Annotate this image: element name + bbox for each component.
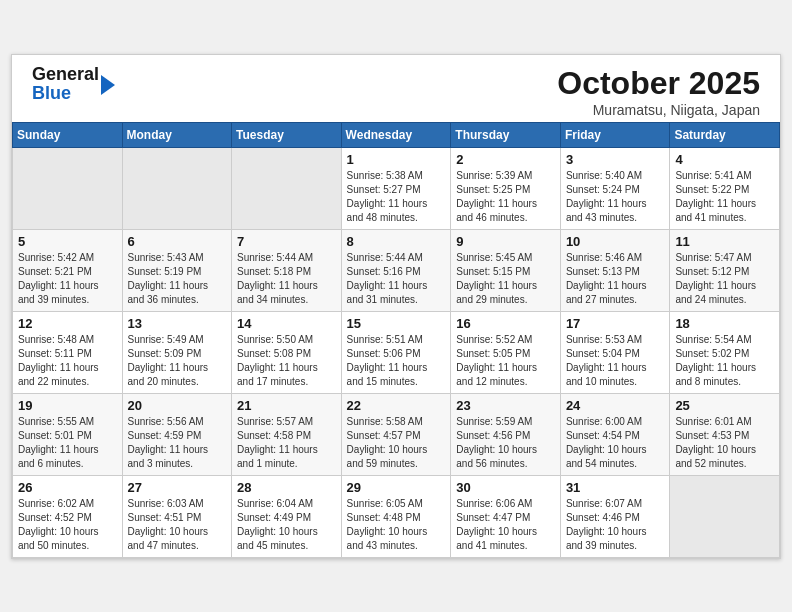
- day-info: Sunrise: 6:06 AM Sunset: 4:47 PM Dayligh…: [456, 497, 555, 553]
- day-number: 31: [566, 480, 664, 495]
- day-cell: 27Sunrise: 6:03 AM Sunset: 4:51 PM Dayli…: [122, 475, 232, 557]
- day-info: Sunrise: 5:47 AM Sunset: 5:12 PM Dayligh…: [675, 251, 774, 307]
- month-title: October 2025: [557, 65, 760, 102]
- day-cell: 16Sunrise: 5:52 AM Sunset: 5:05 PM Dayli…: [451, 311, 561, 393]
- day-number: 28: [237, 480, 336, 495]
- day-number: 12: [18, 316, 117, 331]
- day-number: 21: [237, 398, 336, 413]
- day-number: 26: [18, 480, 117, 495]
- day-number: 18: [675, 316, 774, 331]
- day-number: 19: [18, 398, 117, 413]
- logo-arrow-icon: [101, 75, 115, 95]
- logo-text: General Blue: [32, 65, 99, 105]
- calendar-header: General Blue October 2025 Muramatsu, Nii…: [12, 55, 780, 122]
- weekday-friday: Friday: [560, 122, 669, 147]
- day-number: 13: [128, 316, 227, 331]
- day-number: 15: [347, 316, 446, 331]
- day-cell: 4Sunrise: 5:41 AM Sunset: 5:22 PM Daylig…: [670, 147, 780, 229]
- day-cell: 1Sunrise: 5:38 AM Sunset: 5:27 PM Daylig…: [341, 147, 451, 229]
- day-number: 5: [18, 234, 117, 249]
- day-number: 20: [128, 398, 227, 413]
- day-cell: 28Sunrise: 6:04 AM Sunset: 4:49 PM Dayli…: [232, 475, 342, 557]
- day-number: 29: [347, 480, 446, 495]
- day-cell: 14Sunrise: 5:50 AM Sunset: 5:08 PM Dayli…: [232, 311, 342, 393]
- day-number: 3: [566, 152, 664, 167]
- day-info: Sunrise: 5:39 AM Sunset: 5:25 PM Dayligh…: [456, 169, 555, 225]
- day-cell: 11Sunrise: 5:47 AM Sunset: 5:12 PM Dayli…: [670, 229, 780, 311]
- day-info: Sunrise: 5:44 AM Sunset: 5:18 PM Dayligh…: [237, 251, 336, 307]
- weekday-sunday: Sunday: [13, 122, 123, 147]
- day-number: 16: [456, 316, 555, 331]
- day-number: 11: [675, 234, 774, 249]
- day-cell: 22Sunrise: 5:58 AM Sunset: 4:57 PM Dayli…: [341, 393, 451, 475]
- day-info: Sunrise: 6:02 AM Sunset: 4:52 PM Dayligh…: [18, 497, 117, 553]
- day-cell: 7Sunrise: 5:44 AM Sunset: 5:18 PM Daylig…: [232, 229, 342, 311]
- day-number: 23: [456, 398, 555, 413]
- day-number: 14: [237, 316, 336, 331]
- week-row-5: 26Sunrise: 6:02 AM Sunset: 4:52 PM Dayli…: [13, 475, 780, 557]
- day-info: Sunrise: 5:43 AM Sunset: 5:19 PM Dayligh…: [128, 251, 227, 307]
- title-section: October 2025 Muramatsu, Niigata, Japan: [557, 65, 760, 118]
- day-cell: 9Sunrise: 5:45 AM Sunset: 5:15 PM Daylig…: [451, 229, 561, 311]
- day-cell: 5Sunrise: 5:42 AM Sunset: 5:21 PM Daylig…: [13, 229, 123, 311]
- day-cell: 12Sunrise: 5:48 AM Sunset: 5:11 PM Dayli…: [13, 311, 123, 393]
- day-cell: 2Sunrise: 5:39 AM Sunset: 5:25 PM Daylig…: [451, 147, 561, 229]
- day-info: Sunrise: 5:41 AM Sunset: 5:22 PM Dayligh…: [675, 169, 774, 225]
- day-info: Sunrise: 5:40 AM Sunset: 5:24 PM Dayligh…: [566, 169, 664, 225]
- day-info: Sunrise: 5:58 AM Sunset: 4:57 PM Dayligh…: [347, 415, 446, 471]
- day-info: Sunrise: 5:52 AM Sunset: 5:05 PM Dayligh…: [456, 333, 555, 389]
- day-cell: 8Sunrise: 5:44 AM Sunset: 5:16 PM Daylig…: [341, 229, 451, 311]
- day-cell: 26Sunrise: 6:02 AM Sunset: 4:52 PM Dayli…: [13, 475, 123, 557]
- day-cell: 10Sunrise: 5:46 AM Sunset: 5:13 PM Dayli…: [560, 229, 669, 311]
- day-info: Sunrise: 5:50 AM Sunset: 5:08 PM Dayligh…: [237, 333, 336, 389]
- day-info: Sunrise: 6:05 AM Sunset: 4:48 PM Dayligh…: [347, 497, 446, 553]
- day-number: 4: [675, 152, 774, 167]
- day-info: Sunrise: 5:49 AM Sunset: 5:09 PM Dayligh…: [128, 333, 227, 389]
- day-cell: 23Sunrise: 5:59 AM Sunset: 4:56 PM Dayli…: [451, 393, 561, 475]
- weekday-wednesday: Wednesday: [341, 122, 451, 147]
- day-cell: 19Sunrise: 5:55 AM Sunset: 5:01 PM Dayli…: [13, 393, 123, 475]
- day-number: 6: [128, 234, 227, 249]
- day-info: Sunrise: 6:04 AM Sunset: 4:49 PM Dayligh…: [237, 497, 336, 553]
- day-cell: 30Sunrise: 6:06 AM Sunset: 4:47 PM Dayli…: [451, 475, 561, 557]
- day-number: 30: [456, 480, 555, 495]
- day-cell: 17Sunrise: 5:53 AM Sunset: 5:04 PM Dayli…: [560, 311, 669, 393]
- weekday-tuesday: Tuesday: [232, 122, 342, 147]
- day-cell: 24Sunrise: 6:00 AM Sunset: 4:54 PM Dayli…: [560, 393, 669, 475]
- day-number: 1: [347, 152, 446, 167]
- weekday-thursday: Thursday: [451, 122, 561, 147]
- day-number: 9: [456, 234, 555, 249]
- day-info: Sunrise: 5:38 AM Sunset: 5:27 PM Dayligh…: [347, 169, 446, 225]
- day-cell: [670, 475, 780, 557]
- day-cell: 21Sunrise: 5:57 AM Sunset: 4:58 PM Dayli…: [232, 393, 342, 475]
- logo-general: General: [32, 65, 99, 85]
- day-number: 2: [456, 152, 555, 167]
- day-info: Sunrise: 5:48 AM Sunset: 5:11 PM Dayligh…: [18, 333, 117, 389]
- day-cell: 18Sunrise: 5:54 AM Sunset: 5:02 PM Dayli…: [670, 311, 780, 393]
- day-info: Sunrise: 6:03 AM Sunset: 4:51 PM Dayligh…: [128, 497, 227, 553]
- day-cell: 13Sunrise: 5:49 AM Sunset: 5:09 PM Dayli…: [122, 311, 232, 393]
- day-cell: [13, 147, 123, 229]
- day-cell: 3Sunrise: 5:40 AM Sunset: 5:24 PM Daylig…: [560, 147, 669, 229]
- weekday-saturday: Saturday: [670, 122, 780, 147]
- day-info: Sunrise: 5:46 AM Sunset: 5:13 PM Dayligh…: [566, 251, 664, 307]
- day-number: 24: [566, 398, 664, 413]
- day-info: Sunrise: 5:57 AM Sunset: 4:58 PM Dayligh…: [237, 415, 336, 471]
- day-info: Sunrise: 5:56 AM Sunset: 4:59 PM Dayligh…: [128, 415, 227, 471]
- location: Muramatsu, Niigata, Japan: [557, 102, 760, 118]
- calendar-table: SundayMondayTuesdayWednesdayThursdayFrid…: [12, 122, 780, 558]
- weekday-monday: Monday: [122, 122, 232, 147]
- day-info: Sunrise: 5:42 AM Sunset: 5:21 PM Dayligh…: [18, 251, 117, 307]
- week-row-4: 19Sunrise: 5:55 AM Sunset: 5:01 PM Dayli…: [13, 393, 780, 475]
- day-number: 22: [347, 398, 446, 413]
- day-cell: 6Sunrise: 5:43 AM Sunset: 5:19 PM Daylig…: [122, 229, 232, 311]
- day-cell: [232, 147, 342, 229]
- weekday-header-row: SundayMondayTuesdayWednesdayThursdayFrid…: [13, 122, 780, 147]
- calendar-container: General Blue October 2025 Muramatsu, Nii…: [11, 54, 781, 559]
- week-row-2: 5Sunrise: 5:42 AM Sunset: 5:21 PM Daylig…: [13, 229, 780, 311]
- day-number: 27: [128, 480, 227, 495]
- day-number: 17: [566, 316, 664, 331]
- logo-blue: Blue: [32, 84, 99, 104]
- week-row-1: 1Sunrise: 5:38 AM Sunset: 5:27 PM Daylig…: [13, 147, 780, 229]
- day-info: Sunrise: 5:44 AM Sunset: 5:16 PM Dayligh…: [347, 251, 446, 307]
